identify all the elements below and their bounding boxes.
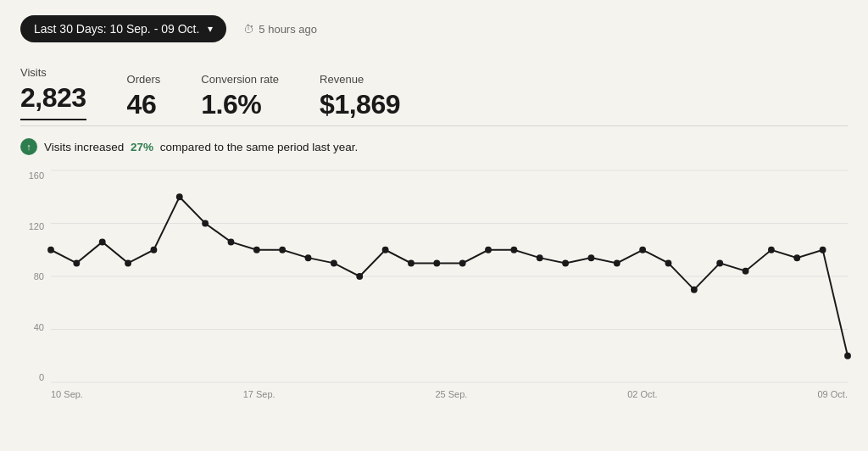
x-label-02oct: 02 Oct. <box>627 389 657 399</box>
y-label-80: 80 <box>34 271 44 281</box>
metric-orders[interactable]: Orders 46 <box>127 73 161 120</box>
metric-conversion-value: 1.6% <box>201 89 279 120</box>
line-chart <box>51 170 848 382</box>
x-label-25sep: 25 Sep. <box>435 389 467 399</box>
chart-dot <box>228 238 235 245</box>
date-range-label: Last 30 Days: 10 Sep. - 09 Oct. <box>34 22 199 36</box>
last-updated-text: 5 hours ago <box>259 23 317 36</box>
chart-dot <box>305 254 312 261</box>
last-updated: ⏱ 5 hours ago <box>243 23 317 36</box>
chart-dot <box>99 238 106 245</box>
chart-dot <box>844 353 851 359</box>
chart-dot <box>73 259 80 266</box>
header-row: Last 30 Days: 10 Sep. - 09 Oct. ▾ ⏱ 5 ho… <box>20 15 848 42</box>
chart-dot <box>382 247 389 253</box>
metric-conversion[interactable]: Conversion rate 1.6% <box>201 73 279 120</box>
metric-visits-label: Visits <box>20 66 86 79</box>
x-label-10sep: 10 Sep. <box>51 389 83 399</box>
y-axis: 160 120 80 40 0 <box>20 170 49 382</box>
insight-percentage: 27% <box>131 141 153 153</box>
chart-dot <box>691 287 698 293</box>
chart-dot <box>279 247 286 253</box>
x-label-17sep: 17 Sep. <box>243 389 275 399</box>
y-label-120: 120 <box>29 221 44 231</box>
chart-dot <box>433 259 440 266</box>
chart-dot <box>510 247 517 253</box>
chart-dot <box>743 268 749 275</box>
chart-container: 160 120 80 40 0 <box>20 170 848 408</box>
metric-orders-value: 46 <box>127 89 161 120</box>
chevron-down-icon: ▾ <box>208 23 213 35</box>
metric-revenue-label: Revenue <box>320 73 400 86</box>
metric-orders-label: Orders <box>127 73 161 86</box>
y-label-0: 0 <box>39 372 44 382</box>
chart-dot <box>537 254 543 261</box>
chart-dot <box>253 247 260 253</box>
chart-dot <box>665 259 672 266</box>
insight-up-icon: ↑ <box>20 138 37 155</box>
clock-icon: ⏱ <box>243 23 254 36</box>
chart-dot <box>716 259 723 266</box>
chart-area <box>51 170 848 382</box>
insight-text: Visits increased 27% compared to the sam… <box>44 141 358 153</box>
insight-row: ↑ Visits increased 27% compared to the s… <box>20 138 848 155</box>
chart-dot <box>125 259 131 266</box>
y-label-160: 160 <box>29 170 44 181</box>
chart-dot <box>614 259 620 266</box>
chart-dot <box>588 254 595 261</box>
chart-dot <box>768 247 775 253</box>
chart-dot <box>820 247 826 253</box>
x-label-09oct: 09 Oct. <box>817 389 847 399</box>
metric-revenue[interactable]: Revenue $1,869 <box>320 73 400 120</box>
metrics-row: Visits 2,823 Orders 46 Conversion rate 1… <box>20 66 848 120</box>
chart-dot <box>408 259 415 266</box>
metric-visits-value: 2,823 <box>20 82 86 120</box>
chart-dot <box>562 259 569 266</box>
chart-dot <box>485 247 492 253</box>
metric-conversion-label: Conversion rate <box>201 73 279 86</box>
y-label-40: 40 <box>34 322 44 332</box>
chart-dot <box>331 259 337 266</box>
chart-dot <box>459 259 466 266</box>
chart-dot <box>356 273 363 280</box>
metric-revenue-value: $1,869 <box>320 89 400 120</box>
chart-dot <box>47 247 54 253</box>
chart-dot <box>793 254 800 261</box>
chart-dot <box>639 247 646 253</box>
chart-dot <box>202 220 209 227</box>
metric-visits[interactable]: Visits 2,823 <box>20 66 86 120</box>
x-axis: 10 Sep. 17 Sep. 25 Sep. 02 Oct. 09 Oct. <box>51 384 848 408</box>
chart-dot <box>151 247 158 253</box>
chart-dot <box>176 193 183 200</box>
divider <box>20 125 848 126</box>
date-range-button[interactable]: Last 30 Days: 10 Sep. - 09 Oct. ▾ <box>20 15 226 42</box>
